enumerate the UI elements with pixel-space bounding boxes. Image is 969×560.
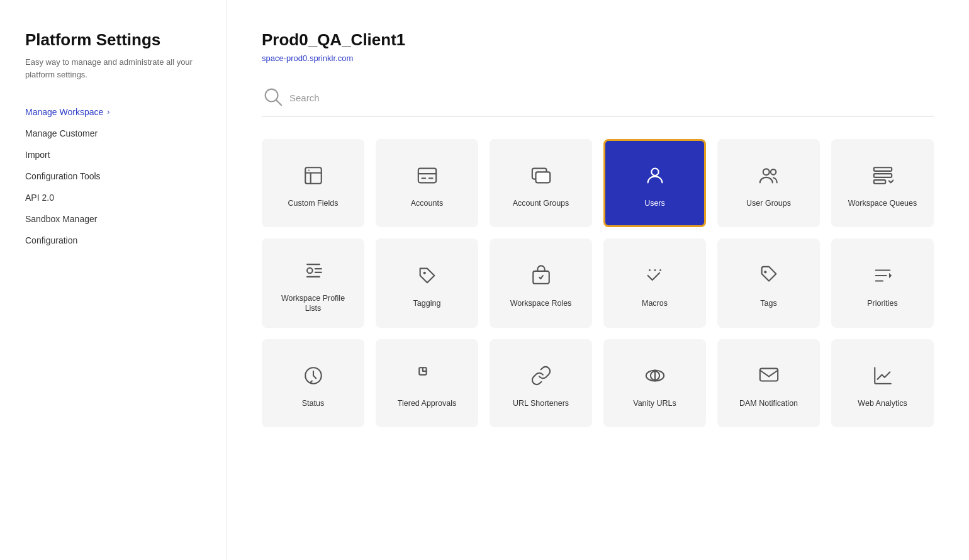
grid-item-label-priorities: Priorities bbox=[867, 298, 898, 308]
settings-grid: Custom FieldsAccountsAccount GroupsUsers… bbox=[262, 139, 934, 427]
svg-point-26 bbox=[659, 269, 661, 271]
url-shorteners-icon bbox=[530, 365, 552, 389]
tagging-icon bbox=[417, 265, 438, 289]
grid-item-label-users: Users bbox=[644, 198, 665, 208]
svg-point-0 bbox=[266, 89, 278, 102]
svg-point-24 bbox=[649, 269, 651, 271]
svg-point-27 bbox=[764, 271, 766, 273]
vanity-urls-icon bbox=[644, 365, 666, 389]
grid-item-label-custom-fields: Custom Fields bbox=[288, 198, 339, 208]
grid-row-2: StatusTiered ApprovalsURL ShortenersVani… bbox=[262, 339, 934, 427]
grid-item-label-dam-notification: DAM Notification bbox=[739, 398, 798, 408]
grid-item-tiered-approvals[interactable]: Tiered Approvals bbox=[376, 339, 478, 427]
web-analytics-icon bbox=[872, 365, 893, 389]
grid-item-tags[interactable]: Tags bbox=[717, 238, 820, 328]
grid-item-web-analytics[interactable]: Web Analytics bbox=[831, 339, 934, 427]
svg-rect-14 bbox=[873, 168, 891, 172]
svg-rect-10 bbox=[535, 172, 550, 183]
sidebar-title: Platform Settings bbox=[25, 30, 201, 50]
svg-point-11 bbox=[651, 169, 658, 176]
search-icon bbox=[262, 86, 283, 109]
sidebar-item-api[interactable]: API 2.0 bbox=[25, 189, 201, 206]
svg-point-13 bbox=[770, 169, 776, 175]
main-content: Prod0_QA_Client1 space-prod0.sprinklr.co… bbox=[227, 0, 969, 560]
grid-item-dam-notification[interactable]: DAM Notification bbox=[717, 339, 820, 427]
svg-point-17 bbox=[307, 268, 313, 274]
svg-line-1 bbox=[276, 100, 281, 105]
search-input[interactable] bbox=[289, 92, 934, 103]
tags-icon bbox=[758, 265, 780, 289]
macros-icon bbox=[644, 265, 666, 289]
custom-fields-icon bbox=[303, 165, 324, 189]
grid-item-status[interactable]: Status bbox=[262, 339, 364, 427]
grid-item-account-groups[interactable]: Account Groups bbox=[490, 139, 592, 227]
grid-item-custom-fields[interactable]: Custom Fields bbox=[262, 139, 364, 227]
grid-item-label-web-analytics: Web Analytics bbox=[858, 398, 907, 408]
svg-point-22 bbox=[423, 272, 425, 274]
grid-item-workspace-roles[interactable]: Workspace Roles bbox=[490, 238, 592, 328]
workspace-title: Prod0_QA_Client1 bbox=[262, 30, 934, 50]
sidebar: Platform Settings Easy way to manage and… bbox=[0, 0, 227, 560]
svg-point-12 bbox=[763, 169, 769, 176]
chevron-right-icon: › bbox=[107, 108, 109, 116]
workspace-profile-lists-icon bbox=[303, 260, 324, 284]
sidebar-nav: Manage Workspace›Manage CustomerImportCo… bbox=[25, 103, 201, 249]
grid-item-label-tags: Tags bbox=[760, 298, 776, 308]
sidebar-item-configuration[interactable]: Configuration bbox=[25, 232, 201, 249]
workspace-queues-icon bbox=[872, 165, 893, 189]
grid-row-0: Custom FieldsAccountsAccount GroupsUsers… bbox=[262, 139, 934, 227]
svg-rect-2 bbox=[305, 168, 322, 184]
sidebar-item-sandbox-manager[interactable]: Sandbox Manager bbox=[25, 210, 201, 228]
grid-item-label-account-groups: Account Groups bbox=[513, 198, 569, 208]
grid-item-label-tagging: Tagging bbox=[413, 298, 441, 308]
grid-item-label-macros: Macros bbox=[642, 298, 668, 308]
grid-item-workspace-queues[interactable]: Workspace Queues bbox=[831, 139, 934, 227]
svg-rect-15 bbox=[873, 174, 891, 178]
grid-item-label-tiered-approvals: Tiered Approvals bbox=[398, 398, 456, 408]
svg-point-25 bbox=[654, 269, 656, 271]
priorities-icon bbox=[872, 265, 893, 289]
grid-item-label-workspace-roles: Workspace Roles bbox=[510, 298, 572, 308]
grid-item-tagging[interactable]: Tagging bbox=[376, 238, 478, 328]
sidebar-item-import[interactable]: Import bbox=[25, 146, 201, 164]
grid-item-user-groups[interactable]: User Groups bbox=[717, 139, 820, 227]
grid-item-label-status: Status bbox=[302, 398, 324, 408]
grid-item-workspace-profile-lists[interactable]: Workspace Profile Lists bbox=[262, 238, 364, 328]
grid-item-label-workspace-queues: Workspace Queues bbox=[848, 198, 917, 208]
user-groups-icon bbox=[758, 165, 780, 189]
search-bar bbox=[262, 86, 934, 116]
svg-rect-16 bbox=[873, 180, 885, 184]
grid-item-url-shorteners[interactable]: URL Shorteners bbox=[490, 339, 592, 427]
workspace-link[interactable]: space-prod0.sprinklr.com bbox=[262, 53, 934, 63]
grid-item-label-user-groups: User Groups bbox=[746, 198, 791, 208]
sidebar-description: Easy way to manage and administrate all … bbox=[25, 56, 201, 81]
sidebar-item-configuration-tools[interactable]: Configuration Tools bbox=[25, 167, 201, 185]
svg-rect-5 bbox=[418, 169, 435, 183]
sidebar-item-manage-customer[interactable]: Manage Customer bbox=[25, 125, 201, 142]
accounts-icon bbox=[417, 165, 438, 189]
grid-item-label-url-shorteners: URL Shorteners bbox=[513, 398, 569, 408]
tiered-approvals-icon bbox=[417, 365, 438, 389]
grid-item-vanity-urls[interactable]: Vanity URLs bbox=[603, 339, 706, 427]
users-icon bbox=[644, 165, 666, 189]
grid-item-priorities[interactable]: Priorities bbox=[831, 238, 934, 328]
grid-item-label-vanity-urls: Vanity URLs bbox=[633, 398, 676, 408]
grid-item-label-workspace-profile-lists: Workspace Profile Lists bbox=[273, 293, 353, 314]
grid-row-1: Workspace Profile ListsTaggingWorkspace … bbox=[262, 238, 934, 328]
dam-notification-icon bbox=[758, 365, 780, 389]
workspace-roles-icon bbox=[530, 265, 552, 289]
status-icon bbox=[303, 365, 324, 389]
grid-item-label-accounts: Accounts bbox=[411, 198, 443, 208]
grid-item-users[interactable]: Users bbox=[603, 139, 706, 227]
account-groups-icon bbox=[530, 165, 552, 189]
sidebar-item-manage-workspace[interactable]: Manage Workspace› bbox=[25, 103, 201, 121]
grid-item-macros[interactable]: Macros bbox=[603, 238, 706, 328]
grid-item-accounts[interactable]: Accounts bbox=[376, 139, 478, 227]
